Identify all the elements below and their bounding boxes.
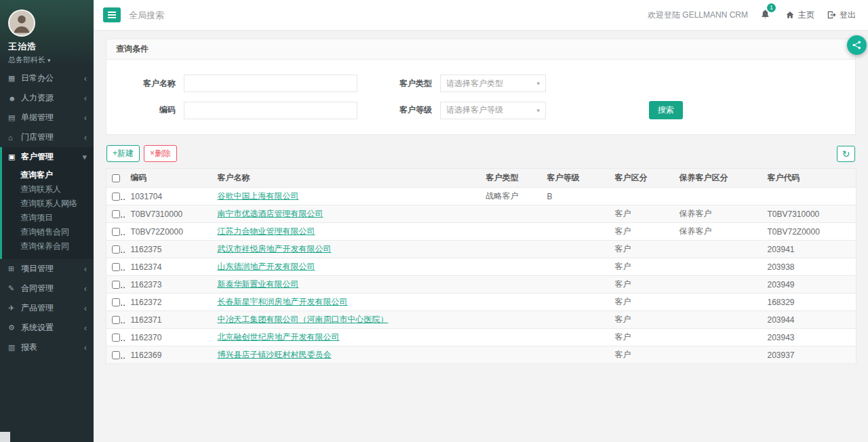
- table-row[interactable]: 1162375 武汉市祥悦房地产开发有限公司 客户 203941: [106, 241, 856, 258]
- customer-name-link[interactable]: 谷歌中国上海有限公司: [218, 191, 299, 201]
- customer-name-link[interactable]: 新泰华新置业有限公司: [218, 279, 299, 289]
- row-checkbox[interactable]: [112, 193, 120, 201]
- sidebar-subitem-query-sales-contracts[interactable]: 查询销售合同: [2, 225, 94, 239]
- customer-name-link[interactable]: 中冶天工集团有限公司（河南周口市中心医院）: [218, 315, 389, 324]
- sidebar-section-customers: ▣ 客户管理 ▾ 查询客户 查询联系人 查询联系人网络 查询项目 查询销售合同 …: [0, 147, 94, 259]
- refresh-button[interactable]: ↻: [837, 146, 855, 162]
- plus-icon: +: [113, 148, 117, 158]
- customer-name-link[interactable]: 博兴县店子镇沙旺村村民委员会: [218, 350, 332, 359]
- table-row[interactable]: 1162373 新泰华新置业有限公司 客户 203949: [106, 276, 856, 294]
- cell-maintenance: [674, 294, 762, 311]
- sidebar-subitem-query-contact-network[interactable]: 查询联系人网络: [2, 197, 94, 211]
- customer-type-select[interactable]: 请选择客户类型 ▾: [440, 75, 546, 92]
- customer-name-link[interactable]: 武汉市祥悦房地产开发有限公司: [218, 244, 332, 254]
- cell-code: 1162374: [125, 258, 212, 276]
- row-checkbox[interactable]: [112, 316, 120, 324]
- home-button[interactable]: 主页: [785, 9, 814, 21]
- sidebar-item-stores[interactable]: ⌂ 门店管理 ‹: [0, 127, 94, 147]
- create-button-label: 新建: [117, 148, 134, 158]
- sidebar-item-settings[interactable]: ⚙ 系统设置 ‹: [0, 318, 94, 338]
- sidebar-item-reports[interactable]: ▥ 报表 ‹: [0, 338, 94, 357]
- sidebar-item-projects[interactable]: ⊞ 项目管理 ‹: [0, 259, 94, 279]
- cell-level: [542, 346, 610, 364]
- sidebar-item-contracts[interactable]: ✎ 合同管理 ‹: [0, 279, 94, 298]
- cell-type: [481, 346, 542, 364]
- customer-name-link[interactable]: 南宁市优选酒店管理有限公司: [218, 209, 323, 218]
- sidebar-item-products[interactable]: ✈ 产品管理 ‹: [0, 298, 94, 318]
- table-row[interactable]: 1162371 中冶天工集团有限公司（河南周口市中心医院） 客户 203944: [106, 311, 856, 329]
- cell-customer-code: 203938: [762, 258, 856, 276]
- customers-submenu: 查询客户 查询联系人 查询联系人网络 查询项目 查询销售合同 查询保养合同: [2, 167, 94, 259]
- sidebar-collapse-toggle[interactable]: [0, 432, 10, 442]
- sidebar-item-hr[interactable]: ☻ 人力资源 ‹: [0, 88, 94, 108]
- customer-name-link[interactable]: 长春新星宇和润房地产开发有限公司: [218, 297, 348, 306]
- table-row[interactable]: 1162369 博兴县店子镇沙旺村村民委员会 客户 203937: [106, 346, 856, 364]
- cell-code: T0BV7310000: [125, 205, 212, 223]
- sidebar-subitem-query-customers[interactable]: 查询客户: [2, 168, 94, 182]
- notifications-button[interactable]: 1: [760, 9, 773, 21]
- sidebar-subitem-query-projects[interactable]: 查询项目: [2, 211, 94, 225]
- global-search-input[interactable]: [129, 10, 285, 20]
- menu-toggle-button[interactable]: [103, 7, 121, 22]
- row-checkbox[interactable]: [112, 263, 120, 271]
- dashboard-icon: ▦: [8, 74, 21, 83]
- column-header-code: 编码: [125, 169, 212, 188]
- sidebar-item-customers[interactable]: ▣ 客户管理 ▾: [2, 147, 94, 167]
- customer-name-link[interactable]: 北京融创世纪房地产开发有限公司: [218, 332, 340, 342]
- row-checkbox[interactable]: [112, 334, 120, 342]
- customer-name-input[interactable]: [184, 75, 357, 92]
- create-button[interactable]: +新建: [106, 145, 140, 162]
- cell-customer-code: [762, 188, 856, 205]
- share-icon: [852, 40, 862, 50]
- customer-table: 编码 客户名称 客户类型 客户等级 客户区分 保养客户区分 客户代码 10317…: [106, 168, 856, 364]
- cell-category: 客户: [610, 329, 674, 346]
- cell-level: [542, 223, 610, 241]
- search-button[interactable]: 搜索: [649, 101, 683, 119]
- sidebar-item-label: 报表: [21, 342, 84, 353]
- logout-label: 登出: [840, 9, 856, 21]
- cell-category: 客户: [610, 205, 674, 223]
- logout-button[interactable]: 登出: [827, 9, 856, 21]
- sidebar-item-daily-office[interactable]: ▦ 日常办公 ‹: [0, 68, 94, 88]
- sidebar-item-documents[interactable]: ▤ 单据管理 ‹: [0, 108, 94, 127]
- row-checkbox[interactable]: [112, 281, 120, 289]
- table-row[interactable]: T0BV7310000 南宁市优选酒店管理有限公司 客户 保养客户 T0BV73…: [106, 205, 856, 223]
- quick-actions-button[interactable]: [847, 35, 867, 55]
- customer-level-select[interactable]: 请选择客户等级 ▾: [440, 102, 546, 119]
- wrench-icon: ⚙: [8, 323, 21, 332]
- row-checkbox[interactable]: [112, 351, 120, 359]
- cell-customer-code: T0BV7310000: [762, 205, 856, 223]
- cell-maintenance: [674, 241, 762, 258]
- cell-maintenance: 保养客户: [674, 205, 762, 223]
- table-row[interactable]: 1162370 北京融创世纪房地产开发有限公司 客户 203943: [106, 329, 856, 346]
- table-row[interactable]: 1031704 谷歌中国上海有限公司 战略客户 B: [106, 188, 856, 205]
- delete-button[interactable]: ×删除: [144, 145, 177, 162]
- code-input[interactable]: [184, 102, 357, 119]
- sidebar-subitem-query-contacts[interactable]: 查询联系人: [2, 182, 94, 197]
- sidebar-subitem-query-maintenance-contracts[interactable]: 查询保养合同: [2, 239, 94, 254]
- row-checkbox[interactable]: [112, 210, 120, 218]
- sidebar-item-label: 客户管理: [21, 151, 82, 163]
- cell-level: [542, 311, 610, 329]
- column-header-level: 客户等级: [542, 169, 610, 188]
- customer-name-link[interactable]: 江苏力合物业管理有限公司: [218, 226, 315, 236]
- select-all-checkbox[interactable]: [112, 174, 120, 182]
- row-checkbox[interactable]: [112, 245, 120, 254]
- cell-type: [481, 241, 542, 258]
- cell-code: 1162375: [125, 241, 212, 258]
- query-panel-title: 查询条件: [106, 39, 855, 60]
- caret-down-icon: ▾: [47, 57, 51, 64]
- caret-down-icon: ▾: [536, 80, 540, 87]
- cell-category: 客户: [610, 241, 674, 258]
- cell-type: [481, 311, 542, 329]
- table-row[interactable]: 1162372 长春新星宇和润房地产开发有限公司 客户 168329: [106, 294, 856, 311]
- table-row[interactable]: 1162374 山东德润地产开发有限公司 客户 203938: [106, 258, 856, 276]
- row-checkbox[interactable]: [112, 228, 120, 236]
- customer-name-link[interactable]: 山东德润地产开发有限公司: [218, 262, 315, 271]
- table-row[interactable]: T0BV72Z0000 江苏力合物业管理有限公司 客户 保养客户 T0BV72Z…: [106, 223, 856, 241]
- sidebar-item-label: 人力资源: [21, 92, 84, 104]
- user-role-dropdown[interactable]: 总务部科长 ▾: [8, 55, 85, 65]
- cell-customer-code: 203944: [762, 311, 856, 329]
- cell-type: [481, 276, 542, 294]
- row-checkbox[interactable]: [112, 298, 120, 306]
